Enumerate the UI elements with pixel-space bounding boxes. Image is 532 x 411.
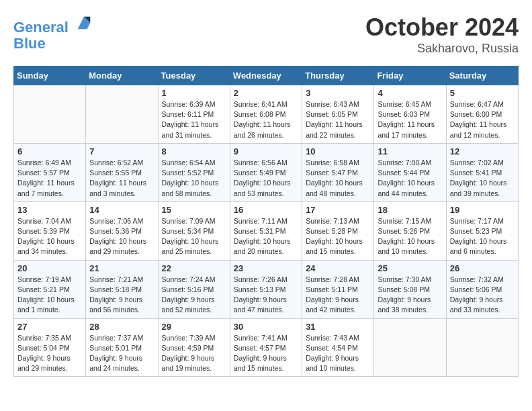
day-info: Sunrise: 6:52 AM Sunset: 5:55 PM Dayligh… [89,158,154,199]
week-row-2: 6Sunrise: 6:49 AM Sunset: 5:57 PM Daylig… [14,143,519,201]
calendar-cell: 20Sunrise: 7:19 AM Sunset: 5:21 PM Dayli… [14,260,86,318]
location-title: Sakharovo, Russia [365,42,519,56]
weekday-header-row: SundayMondayTuesdayWednesdayThursdayFrid… [14,66,519,85]
calendar-cell: 2Sunrise: 6:41 AM Sunset: 6:08 PM Daylig… [230,85,302,144]
calendar-cell: 23Sunrise: 7:26 AM Sunset: 5:13 PM Dayli… [230,260,302,318]
day-number: 12 [450,146,515,156]
day-info: Sunrise: 7:17 AM Sunset: 5:23 PM Dayligh… [450,216,515,257]
calendar-cell: 9Sunrise: 6:56 AM Sunset: 5:49 PM Daylig… [230,143,302,201]
calendar-cell [374,318,446,377]
calendar-cell [446,318,518,377]
day-info: Sunrise: 7:02 AM Sunset: 5:41 PM Dayligh… [450,158,515,199]
calendar-cell: 18Sunrise: 7:15 AM Sunset: 5:26 PM Dayli… [374,201,446,260]
day-number: 7 [89,146,154,156]
calendar-cell: 24Sunrise: 7:28 AM Sunset: 5:11 PM Dayli… [302,260,374,318]
calendar-cell: 17Sunrise: 7:13 AM Sunset: 5:28 PM Dayli… [302,201,374,260]
weekday-header-friday: Friday [374,66,446,85]
day-number: 27 [17,322,82,332]
calendar-cell: 27Sunrise: 7:35 AM Sunset: 5:04 PM Dayli… [14,318,86,377]
day-info: Sunrise: 7:04 AM Sunset: 5:39 PM Dayligh… [17,216,82,257]
day-info: Sunrise: 7:28 AM Sunset: 5:11 PM Dayligh… [306,275,370,316]
calendar-cell: 1Sunrise: 6:39 AM Sunset: 6:11 PM Daylig… [158,85,230,144]
day-number: 29 [162,322,226,332]
calendar-cell: 3Sunrise: 6:43 AM Sunset: 6:05 PM Daylig… [302,85,374,144]
day-number: 24 [306,263,370,273]
month-title: October 2024 [365,13,519,42]
page-header: General Blue October 2024 Sakharovo, Rus… [13,13,519,56]
day-number: 20 [17,263,82,273]
day-number: 14 [89,205,154,215]
calendar-cell: 28Sunrise: 7:37 AM Sunset: 5:01 PM Dayli… [86,318,158,377]
day-number: 23 [234,263,298,273]
calendar-cell: 16Sunrise: 7:11 AM Sunset: 5:31 PM Dayli… [230,201,302,260]
day-info: Sunrise: 6:43 AM Sunset: 6:05 PM Dayligh… [306,99,370,140]
calendar-cell: 19Sunrise: 7:17 AM Sunset: 5:23 PM Dayli… [446,201,518,260]
calendar-cell: 25Sunrise: 7:30 AM Sunset: 5:08 PM Dayli… [374,260,446,318]
calendar-cell: 6Sunrise: 6:49 AM Sunset: 5:57 PM Daylig… [14,143,86,201]
day-info: Sunrise: 7:26 AM Sunset: 5:13 PM Dayligh… [234,275,298,316]
day-number: 13 [17,205,82,215]
calendar-cell: 7Sunrise: 6:52 AM Sunset: 5:55 PM Daylig… [86,143,158,201]
week-row-5: 27Sunrise: 7:35 AM Sunset: 5:04 PM Dayli… [14,318,519,377]
day-number: 15 [162,205,226,215]
day-number: 16 [234,205,298,215]
day-number: 9 [234,146,298,156]
day-info: Sunrise: 6:45 AM Sunset: 6:03 PM Dayligh… [378,99,442,140]
calendar-cell: 12Sunrise: 7:02 AM Sunset: 5:41 PM Dayli… [446,143,518,201]
weekday-header-thursday: Thursday [302,66,374,85]
calendar-cell: 14Sunrise: 7:06 AM Sunset: 5:36 PM Dayli… [86,201,158,260]
day-number: 28 [89,322,154,332]
week-row-3: 13Sunrise: 7:04 AM Sunset: 5:39 PM Dayli… [14,201,519,260]
day-number: 31 [306,322,370,332]
weekday-header-tuesday: Tuesday [158,66,230,85]
day-number: 6 [17,146,82,156]
day-info: Sunrise: 7:09 AM Sunset: 5:34 PM Dayligh… [162,216,226,257]
calendar-cell: 15Sunrise: 7:09 AM Sunset: 5:34 PM Dayli… [158,201,230,260]
day-number: 25 [378,263,442,273]
logo-icon [75,13,93,32]
day-info: Sunrise: 7:06 AM Sunset: 5:36 PM Dayligh… [89,216,154,257]
day-number: 10 [306,146,370,156]
day-info: Sunrise: 7:41 AM Sunset: 4:57 PM Dayligh… [234,333,298,374]
calendar-cell: 5Sunrise: 6:47 AM Sunset: 6:00 PM Daylig… [446,85,518,144]
day-number: 1 [162,88,226,98]
day-number: 22 [162,263,226,273]
week-row-4: 20Sunrise: 7:19 AM Sunset: 5:21 PM Dayli… [14,260,519,318]
day-info: Sunrise: 7:13 AM Sunset: 5:28 PM Dayligh… [306,216,370,257]
day-info: Sunrise: 7:35 AM Sunset: 5:04 PM Dayligh… [17,333,82,374]
day-info: Sunrise: 7:39 AM Sunset: 4:59 PM Dayligh… [162,333,226,374]
day-info: Sunrise: 7:11 AM Sunset: 5:31 PM Dayligh… [234,216,298,257]
day-info: Sunrise: 7:24 AM Sunset: 5:16 PM Dayligh… [162,275,226,316]
calendar-cell: 11Sunrise: 7:00 AM Sunset: 5:44 PM Dayli… [374,143,446,201]
calendar-table: SundayMondayTuesdayWednesdayThursdayFrid… [13,66,519,377]
day-number: 2 [234,88,298,98]
calendar-cell: 21Sunrise: 7:21 AM Sunset: 5:18 PM Dayli… [86,260,158,318]
calendar-cell: 10Sunrise: 6:58 AM Sunset: 5:47 PM Dayli… [302,143,374,201]
day-number: 30 [234,322,298,332]
week-row-1: 1Sunrise: 6:39 AM Sunset: 6:11 PM Daylig… [14,85,519,144]
day-info: Sunrise: 7:00 AM Sunset: 5:44 PM Dayligh… [378,158,442,199]
logo-general: General [13,19,69,36]
day-info: Sunrise: 6:49 AM Sunset: 5:57 PM Dayligh… [17,158,82,199]
day-info: Sunrise: 6:58 AM Sunset: 5:47 PM Dayligh… [306,158,370,199]
weekday-header-sunday: Sunday [14,66,86,85]
logo-blue: Blue [13,35,46,52]
calendar-cell: 4Sunrise: 6:45 AM Sunset: 6:03 PM Daylig… [374,85,446,144]
day-number: 8 [162,146,226,156]
day-info: Sunrise: 6:56 AM Sunset: 5:49 PM Dayligh… [234,158,298,199]
day-info: Sunrise: 7:37 AM Sunset: 5:01 PM Dayligh… [89,333,154,374]
day-number: 18 [378,205,442,215]
logo: General Blue [13,13,93,52]
day-number: 17 [306,205,370,215]
day-info: Sunrise: 7:32 AM Sunset: 5:06 PM Dayligh… [450,275,515,316]
weekday-header-monday: Monday [86,66,158,85]
day-info: Sunrise: 7:30 AM Sunset: 5:08 PM Dayligh… [378,275,442,316]
day-number: 19 [450,205,515,215]
calendar-cell: 29Sunrise: 7:39 AM Sunset: 4:59 PM Dayli… [158,318,230,377]
calendar-cell: 8Sunrise: 6:54 AM Sunset: 5:52 PM Daylig… [158,143,230,201]
calendar-cell: 31Sunrise: 7:43 AM Sunset: 4:54 PM Dayli… [302,318,374,377]
day-number: 26 [450,263,515,273]
day-number: 11 [378,146,442,156]
day-number: 4 [378,88,442,98]
day-info: Sunrise: 7:21 AM Sunset: 5:18 PM Dayligh… [89,275,154,316]
